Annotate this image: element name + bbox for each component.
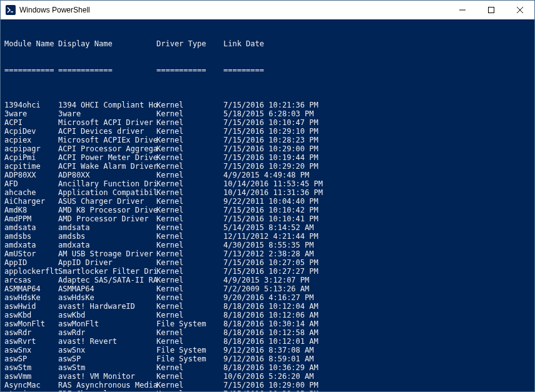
cell-display: aswHdsKe [58, 293, 156, 302]
cell-type: Kernel [156, 284, 223, 293]
cell-module: 1394ohci [4, 101, 58, 109]
table-row: ACPIMicrosoft ACPI DriverKernel7/15/2016… [4, 118, 531, 127]
cell-display: ACPI Power Meter Drive [58, 153, 156, 162]
cell-module: applockerflt [4, 267, 58, 276]
table-row: AiChargerASUS Charger DriverKernel9/22/2… [4, 197, 531, 206]
table-row: aswMonFltaswMonFltFile System8/18/2016 1… [4, 319, 531, 328]
table-row: amdsataamdsataKernel5/14/2015 8:14:52 AM [4, 223, 531, 232]
cell-display: aswStm [58, 363, 156, 372]
cell-module: aswRdr [4, 328, 58, 337]
close-button[interactable] [506, 1, 534, 19]
cell-type: Kernel [156, 249, 223, 258]
col-header-display: Display Name [58, 39, 156, 48]
cell-type: File System [156, 346, 223, 354]
cell-date: 7/15/2016 10:10:47 PM [223, 118, 531, 127]
titlebar[interactable]: Windows PowerShell [1, 1, 534, 19]
cell-date: 12/11/2012 4:21:44 PM [223, 232, 531, 241]
cell-date: 8/18/2016 10:36:29 AM [223, 363, 531, 372]
cell-module: aswMonFlt [4, 319, 58, 328]
table-row: AFDAncillary Function DriKernel10/14/201… [4, 179, 531, 188]
cell-date: 8/18/2016 10:12:58 AM [223, 328, 531, 337]
cell-date: 8/18/2016 10:12:04 AM [223, 302, 531, 311]
cell-type: Kernel [156, 223, 223, 232]
cell-type: Kernel [156, 171, 223, 179]
cell-module: aswVmm [4, 372, 58, 381]
cell-module: aswHdsKe [4, 293, 58, 302]
table-row: 1394ohci1394 OHCI Compliant HoKernel7/15… [4, 101, 531, 109]
cell-date: 4/30/2015 8:55:35 PM [223, 241, 531, 249]
cell-date: 10/14/2016 11:53:45 PM [223, 179, 531, 188]
table-row: acpipagrACPI Processor AggregaKernel7/15… [4, 144, 531, 153]
cell-date: 7/15/2016 10:21:36 PM [223, 101, 531, 109]
cell-display: amdsata [58, 223, 156, 232]
cell-date: 9/12/2016 8:37:08 AM [223, 346, 531, 354]
cell-type: Kernel [156, 197, 223, 206]
cell-display: Microsoft ACPI Driver [58, 118, 156, 127]
cell-date: 7/2/2009 5:13:26 AM [223, 284, 531, 293]
minimize-button[interactable] [448, 1, 477, 19]
cell-type: Kernel [156, 293, 223, 302]
table-row: ASMMAP64ASMMAP64Kernel7/2/2009 5:13:26 A… [4, 284, 531, 293]
cell-type: Kernel [156, 267, 223, 276]
powershell-icon [6, 5, 16, 15]
cell-module: ahcache [4, 188, 58, 197]
cell-display: avast! HardwareID [58, 302, 156, 311]
table-row: acpiexMicrosoft ACPIEx DriveKernel7/15/2… [4, 136, 531, 144]
console-output[interactable]: Module Name Display Name Driver Type Lin… [1, 19, 534, 391]
cell-date: 8/18/2016 10:12:01 AM [223, 337, 531, 346]
powershell-window: Windows PowerShell Module Name Display N… [0, 0, 535, 392]
cell-module: AcpiPmi [4, 153, 58, 162]
cell-type: Kernel [156, 311, 223, 319]
cell-display: Microsoft ACPIEx Drive [58, 136, 156, 144]
cell-module: ACPI [4, 118, 58, 127]
table-row: AcpiDevACPI Devices driverKernel7/15/201… [4, 127, 531, 136]
cell-module: AsyncMac [4, 381, 58, 389]
cell-module: acpipagr [4, 144, 58, 153]
cell-display: aswRdr [58, 328, 156, 337]
cell-module: AcpiDev [4, 127, 58, 136]
table-row: AmdK8AMD K8 Processor DriveKernel7/15/20… [4, 206, 531, 214]
table-row: arcsasAdaptec SAS/SATA-II RAKernel4/9/20… [4, 276, 531, 284]
cell-type: File System [156, 319, 223, 328]
cell-module: aswRvrt [4, 337, 58, 346]
cell-date: 5/14/2015 8:14:52 AM [223, 223, 531, 232]
cell-date: 7/15/2016 10:27:27 PM [223, 267, 531, 276]
cell-module: AppID [4, 258, 58, 267]
cell-display: Adaptec SAS/SATA-II RA [58, 276, 156, 284]
cell-module: aswSnx [4, 346, 58, 354]
cell-module: aswKbd [4, 311, 58, 319]
cell-display: ASMMAP64 [58, 284, 156, 293]
col-header-date: Link Date [223, 39, 531, 48]
cell-type: Kernel [156, 188, 223, 197]
cell-module: atapi [4, 389, 58, 391]
separator-row: =========== ============ =========== ===… [4, 66, 531, 74]
cell-module: ASMMAP64 [4, 284, 58, 293]
cell-date: 9/12/2016 8:59:01 AM [223, 354, 531, 363]
table-row: applockerfltSmartlocker Filter DriKernel… [4, 267, 531, 276]
cell-date: 7/15/2016 10:29:10 PM [223, 127, 531, 136]
cell-display: avast! Revert [58, 337, 156, 346]
table-row: AmUStorAM USB Stroage DriverKernel7/13/2… [4, 249, 531, 258]
table-row: ADP80XXADP80XXKernel4/9/2015 4:49:48 PM [4, 171, 531, 179]
cell-date: 7/15/2016 10:28:23 PM [223, 136, 531, 144]
cell-display: 1394 OHCI Compliant Ho [58, 101, 156, 109]
cell-date: 7/15/2016 10:29:05 PM [223, 389, 531, 391]
cell-type: Kernel [156, 153, 223, 162]
cell-module: aswHwid [4, 302, 58, 311]
cell-type: Kernel [156, 232, 223, 241]
col-header-module: Module Name [4, 39, 58, 48]
cell-display: ASUS Charger Driver [58, 197, 156, 206]
cell-date: 7/13/2012 2:38:28 AM [223, 249, 531, 258]
table-row: AmdPPMAMD Processor DriverKernel7/15/201… [4, 214, 531, 223]
cell-date: 10/14/2016 11:31:36 PM [223, 188, 531, 197]
cell-module: AiCharger [4, 197, 58, 206]
cell-type: Kernel [156, 363, 223, 372]
cell-display: AMD Processor Driver [58, 214, 156, 223]
cell-type: Kernel [156, 109, 223, 118]
cell-date: 7/15/2016 10:29:00 PM [223, 381, 531, 389]
cell-display: aswSnx [58, 346, 156, 354]
maximize-button[interactable] [477, 1, 506, 19]
cell-date: 8/18/2016 10:30:14 AM [223, 319, 531, 328]
table-row: acpitimeACPI Wake Alarm DriverKernel7/15… [4, 162, 531, 171]
cell-date: 7/15/2016 10:10:42 PM [223, 206, 531, 214]
